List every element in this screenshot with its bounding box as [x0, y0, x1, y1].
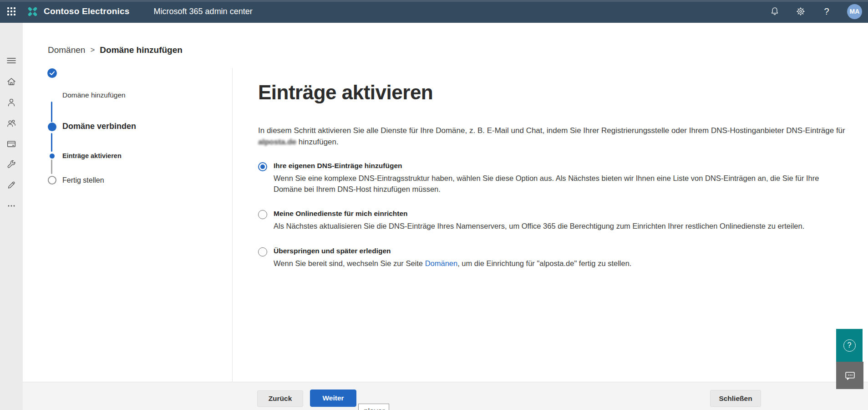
step-connector: [51, 133, 52, 152]
step-connector: [51, 159, 52, 174]
notifications-bell-icon[interactable]: [769, 6, 780, 17]
wizard-steps: Domäne hinzufügen Domäne verbinden Eintr…: [47, 68, 198, 205]
wizard-step-activate-records: Einträge aktivieren: [62, 151, 122, 161]
step-filled-circle-icon: [48, 123, 56, 131]
home-icon[interactable]: [6, 77, 16, 87]
option-desc-text: Wenn Sie bereit sind, wechseln Sie zur S…: [274, 259, 425, 267]
breadcrumb: Domänen > Domäne hinzufügen: [48, 45, 183, 55]
contoso-logo-icon: [26, 5, 39, 18]
step-upcoming-circle-icon: [48, 176, 56, 184]
radio-skip-and-do-later[interactable]: [258, 247, 267, 256]
intro-text: In diesem Schritt aktivieren Sie alle Di…: [258, 126, 845, 135]
option-desc-text-after: , um die Einrichtung für "alposta.de" fe…: [457, 259, 631, 267]
breadcrumb-separator: >: [90, 46, 95, 55]
page-title: Einträge aktivieren: [258, 80, 851, 105]
help-panel-button[interactable]: ?: [836, 329, 863, 362]
wizard-step-add-domain: Domäne hinzufügen: [62, 90, 126, 100]
radio-own-dns-records[interactable]: [258, 162, 267, 171]
settings-gear-icon[interactable]: [795, 6, 806, 17]
option-setup-online-services: Meine Onlinedienste für mich einrichten …: [258, 209, 851, 232]
wizard-content-divider: [232, 68, 233, 382]
topbar-actions: ? MA: [769, 4, 868, 19]
product-title: Microsoft 365 admin center: [154, 7, 253, 16]
help-circle-icon: ?: [843, 339, 856, 352]
option-label[interactable]: Ihre eigenen DNS-Einträge hinzufügen: [274, 161, 843, 170]
option-label[interactable]: Überspringen und später erledigen: [274, 246, 631, 256]
more-ellipsis-icon[interactable]: [6, 201, 16, 211]
feedback-bubble-icon: [844, 369, 856, 382]
groups-icon[interactable]: [6, 118, 16, 128]
wizard-step-connect-domain: Domäne verbinden: [62, 122, 136, 131]
support-wrench-icon[interactable]: [6, 159, 16, 169]
step-completed-check-icon: [47, 68, 57, 78]
domain-name-redacted: alposta.de: [258, 138, 296, 146]
wizard-step-finish: Fertig stellen: [62, 175, 104, 185]
option-description: Als Nächstes aktualisieren Sie die DNS-E…: [274, 221, 804, 232]
option-skip-and-do-later: Überspringen und später erledigen Wenn S…: [258, 246, 851, 269]
intro-text-after: hinzufügen.: [296, 138, 339, 146]
help-question-icon[interactable]: ?: [821, 6, 832, 17]
window-top-edge: [0, 0, 868, 2]
option-description: Wenn Sie bereit sind, wechseln Sie zur S…: [274, 258, 631, 269]
domains-link[interactable]: Domänen: [425, 259, 458, 267]
option-own-dns-records: Ihre eigenen DNS-Einträge hinzufügen Wen…: [258, 161, 851, 195]
hamburger-menu-icon[interactable]: [6, 56, 16, 66]
next-button[interactable]: Weiter: [310, 390, 356, 407]
breadcrumb-domains[interactable]: Domänen: [48, 45, 85, 55]
player-tooltip: player: [358, 404, 389, 410]
option-label[interactable]: Meine Onlinedienste für mich einrichten: [274, 209, 804, 218]
main-content: Einträge aktivieren In diesem Schritt ak…: [258, 68, 851, 283]
option-description: Wenn Sie eine komplexe DNS-Eintragsstruk…: [274, 173, 843, 195]
avatar[interactable]: MA: [847, 4, 862, 19]
brand-link[interactable]: Contoso Electronics: [26, 5, 130, 18]
brand-name: Contoso Electronics: [44, 6, 130, 16]
app-launcher-icon[interactable]: [0, 0, 23, 23]
back-button[interactable]: Zurück: [257, 390, 303, 407]
feedback-button[interactable]: [836, 362, 863, 389]
nav-rail: [0, 23, 23, 410]
users-icon[interactable]: [6, 97, 16, 108]
dns-options-group: Ihre eigenen DNS-Einträge hinzufügen Wen…: [258, 161, 851, 269]
radio-setup-online-services[interactable]: [258, 210, 267, 219]
step-current-dot-icon: [50, 154, 55, 159]
topbar: Contoso Electronics Microsoft 365 admin …: [0, 0, 868, 23]
breadcrumb-current: Domäne hinzufügen: [100, 45, 183, 55]
intro-paragraph: In diesem Schritt aktivieren Sie alle Di…: [258, 125, 850, 148]
step-connector: [51, 102, 52, 122]
billing-card-icon[interactable]: [6, 139, 16, 149]
close-button[interactable]: Schließen: [710, 390, 761, 407]
setup-pencil-icon[interactable]: [6, 180, 16, 190]
